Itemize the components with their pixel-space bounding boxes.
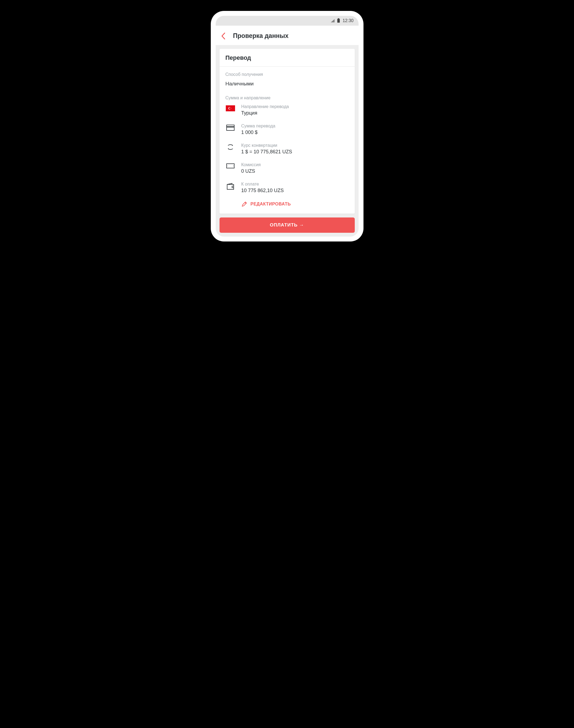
row-amount: Сумма перевода 1 000 $ (226, 124, 349, 135)
amount-section-label: Сумма и направление (226, 95, 349, 101)
pay-button-label: ОПЛАТИТЬ (270, 222, 297, 228)
fee-label: Комиссия (241, 162, 261, 167)
edit-label: РЕДАКТИРОВАТЬ (251, 202, 291, 206)
svg-point-1 (229, 107, 231, 109)
chevron-left-icon (221, 33, 226, 40)
total-label: К оплате (241, 182, 284, 187)
status-time: 12:30 (342, 18, 354, 23)
pay-button[interactable]: ОПЛАТИТЬ → (219, 218, 355, 233)
status-bar: 12:30 (216, 16, 359, 26)
signal-icon (331, 19, 335, 23)
turkey-flag-icon (226, 105, 235, 111)
method-label: Способ получения (226, 72, 349, 77)
row-rate: Курс конвертации 1 $ = 10 775,8621 UZS (226, 143, 349, 155)
exchange-icon (227, 144, 234, 150)
wallet-icon (227, 183, 234, 190)
method-value: Наличными (226, 81, 349, 87)
direction-label: Направление перевода (241, 104, 289, 109)
card-title: Перевод (219, 49, 355, 67)
ticket-icon (226, 163, 235, 168)
rate-value: 1 $ = 10 775,8621 UZS (241, 149, 292, 155)
battery-icon (337, 19, 340, 23)
edit-button[interactable]: РЕДАКТИРОВАТЬ (241, 201, 349, 207)
svg-rect-4 (227, 126, 234, 127)
rate-label: Курс конвертации (241, 143, 292, 148)
pencil-icon (241, 201, 247, 207)
back-button[interactable] (221, 33, 226, 40)
transfer-card: Перевод Способ получения Наличными Сумма… (219, 49, 355, 214)
row-total: К оплате 10 775 862,10 UZS (226, 182, 349, 193)
fee-value: 0 UZS (241, 168, 261, 174)
svg-rect-8 (232, 186, 234, 188)
svg-rect-3 (227, 125, 234, 130)
total-value: 10 775 862,10 UZS (241, 188, 284, 193)
phone-frame: 12:30 Проверка данных Перевод Способ пол… (211, 11, 364, 241)
content-area: Перевод Способ получения Наличными Сумма… (216, 45, 359, 237)
row-fee: Комиссия 0 UZS (226, 162, 349, 174)
page-title: Проверка данных (233, 32, 289, 40)
direction-value: Турция (241, 110, 289, 116)
svg-rect-7 (227, 185, 234, 189)
app-header: Проверка данных (216, 26, 359, 45)
amount-label: Сумма перевода (241, 124, 276, 128)
amount-value: 1 000 $ (241, 129, 276, 135)
arrow-right-icon: → (299, 222, 304, 228)
card-icon (226, 125, 235, 131)
row-direction: Направление перевода Турция (226, 104, 349, 116)
